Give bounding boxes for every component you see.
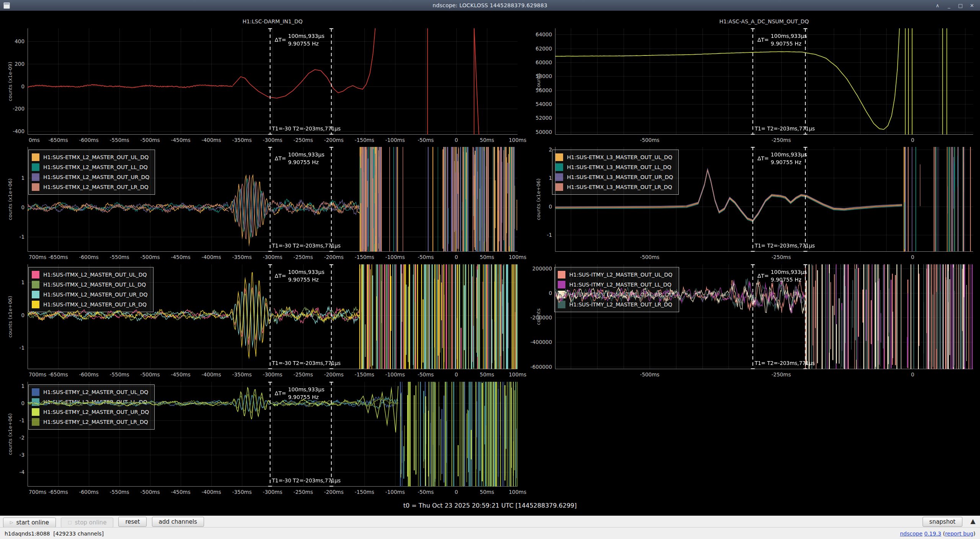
- x-tick-label: 100ms: [509, 254, 526, 260]
- y-tick-label: 56000: [529, 87, 552, 93]
- y-tick-label: 400: [2, 38, 24, 44]
- x-tick-label: 0: [455, 254, 458, 260]
- y-tick-label: -3: [2, 452, 24, 458]
- x-tick-label: -250ms: [771, 371, 791, 378]
- delta-t-values: 100ms,933μs9.90755 Hz: [288, 151, 324, 165]
- reset-button[interactable]: reset: [118, 517, 147, 527]
- delta-t-label: ΔT=: [757, 37, 769, 43]
- x-tick-label: 700ms: [29, 371, 46, 378]
- delta-t-values: 100ms,933μs9.90755 Hz: [288, 269, 324, 283]
- x-tick-label: -50ms: [418, 489, 434, 495]
- x-tick-label: -600ms: [79, 254, 99, 260]
- y-tick-label: 64000: [529, 31, 552, 37]
- shade-icon[interactable]: ∧: [935, 3, 940, 8]
- x-tick-label: -250ms: [294, 489, 313, 495]
- cursor-t1t2-annotation: T1=-30 T2=-203ms,771μs: [272, 125, 341, 132]
- x-tick-label: -300ms: [263, 254, 283, 260]
- report-bug-link[interactable]: report bug: [945, 531, 973, 537]
- delta-t-values: 100ms,933μs9.90755 Hz: [288, 33, 324, 47]
- cursor-t1t2-annotation: T1=-30 T2=-203ms,771μs: [272, 243, 341, 249]
- y-tick-label: -1: [2, 345, 24, 351]
- y-tick-label: 50000: [529, 129, 552, 135]
- x-tick-label: -250ms: [294, 254, 313, 260]
- x-tick-label: -650ms: [49, 137, 68, 143]
- window-title: ndscope: LOCKLOSS 1445288379.629883: [0, 2, 980, 8]
- y-tick-label: -600000: [529, 364, 552, 370]
- delta-t-label: ΔT=: [275, 390, 286, 396]
- cursor-delta-annotation: ΔT=100ms,933μs9.90755 Hz: [757, 151, 807, 165]
- x-tick-label: -350ms: [232, 489, 252, 495]
- play-icon: ▷: [10, 520, 13, 525]
- x-tick-label: 0: [455, 371, 458, 378]
- maximize-icon[interactable]: □: [958, 3, 963, 8]
- x-tick-label: -300ms: [263, 489, 283, 495]
- x-tick-label: 100ms: [509, 137, 526, 143]
- x-tick-label: -400ms: [202, 489, 221, 495]
- minimize-icon[interactable]: _: [946, 3, 952, 8]
- window-titlebar: ndscope: LOCKLOSS 1445288379.629883 ∧ _ …: [0, 0, 980, 11]
- x-tick-label: -250ms: [771, 254, 791, 260]
- x-tick-label: -500ms: [140, 137, 160, 143]
- app-window-icon: [3, 2, 10, 9]
- x-tick-label: -450ms: [171, 371, 191, 378]
- x-tick-label: -550ms: [110, 137, 129, 143]
- delta-t-label: ΔT=: [275, 155, 286, 161]
- delta-t-values: 100ms,933μs9.90755 Hz: [771, 151, 807, 165]
- x-tick-label: -50ms: [418, 254, 434, 260]
- cursor-t1t2-annotation: T1=-30 T2=-203ms,771μs: [272, 360, 341, 366]
- y-tick-label: 60000: [529, 59, 552, 65]
- delta-t-values: 100ms,933μs9.90755 Hz: [288, 386, 324, 400]
- stop-icon: □: [68, 520, 72, 525]
- y-tick-label: 62000: [529, 46, 552, 52]
- x-tick-label: -100ms: [385, 137, 405, 143]
- add-channels-button[interactable]: add channels: [152, 517, 204, 527]
- t0-label: t0 = Thu Oct 23 2025 20:59:21 UTC [14452…: [0, 502, 980, 509]
- x-tick-label: -250ms: [771, 137, 791, 143]
- x-tick-label: -250ms: [294, 137, 313, 143]
- x-tick-label: -250ms: [294, 371, 313, 378]
- plot-canvas-itmx-l2[interactable]: [28, 264, 518, 369]
- x-tick-label: -450ms: [171, 254, 191, 260]
- y-tick-label: 0: [2, 83, 24, 90]
- y-tick-label: 52000: [529, 115, 552, 121]
- x-tick-label: -500ms: [140, 254, 160, 260]
- y-tick-label: -4: [2, 469, 24, 475]
- y-axis-label-etmx-l2: counts (x1e+06): [7, 178, 13, 220]
- x-tick-label: -150ms: [355, 254, 374, 260]
- delta-t-label: ΔT=: [275, 37, 286, 43]
- x-tick-label: 50ms: [480, 254, 494, 260]
- y-tick-label: -1: [2, 417, 24, 423]
- x-tick-label: -400ms: [202, 254, 221, 260]
- x-tick-label: -650ms: [49, 371, 68, 378]
- snapshot-button[interactable]: snapshot: [923, 517, 962, 527]
- ndscope-link[interactable]: ndscope: [900, 531, 923, 537]
- y-tick-label: 0: [529, 290, 552, 296]
- y-tick-label: -200: [2, 106, 24, 112]
- plot-canvas-etmy-l2[interactable]: [28, 382, 518, 487]
- start-online-button[interactable]: ▷start online: [3, 518, 56, 528]
- plot-canvas-etmx-l2[interactable]: [28, 147, 518, 252]
- y-axis-label-lsc-darm: counts (x1e-09): [7, 62, 13, 101]
- expand-panel-icon[interactable]: ▲: [970, 517, 975, 525]
- x-tick-label: -650ms: [49, 254, 68, 260]
- x-tick-label: -550ms: [110, 489, 129, 495]
- x-tick-label: 0: [911, 137, 915, 143]
- nds-server-status: h1daqnds1:8088 [429233 channels]: [5, 531, 104, 537]
- plot-grid: t0 = Thu Oct 23 2025 20:59:21 UTC [14452…: [0, 0, 980, 539]
- y-tick-label: 58000: [529, 73, 552, 79]
- cursor-t1t2-annotation: T1=-30 T2=-203ms,771μs: [272, 477, 341, 484]
- y-tick-label: 0: [529, 204, 552, 210]
- version-link[interactable]: 0.19.3: [924, 531, 941, 537]
- bottom-toolbar: ▷start online □stop online reset add cha…: [0, 516, 980, 527]
- x-tick-label: -350ms: [232, 254, 252, 260]
- x-tick-label: -550ms: [110, 254, 129, 260]
- x-tick-label: -200ms: [324, 489, 344, 495]
- plot-title-asc-as: H1:ASC-AS_A_DC_NSUM_OUT_DQ: [555, 18, 973, 24]
- x-tick-label: 50ms: [480, 489, 494, 495]
- plot-canvas-lsc-darm[interactable]: [28, 28, 518, 135]
- x-tick-label: -200ms: [324, 137, 344, 143]
- y-tick-label: 0: [2, 204, 24, 210]
- y-tick-label: 1: [2, 175, 24, 181]
- close-icon[interactable]: ✕: [969, 3, 975, 8]
- y-tick-label: 54000: [529, 101, 552, 107]
